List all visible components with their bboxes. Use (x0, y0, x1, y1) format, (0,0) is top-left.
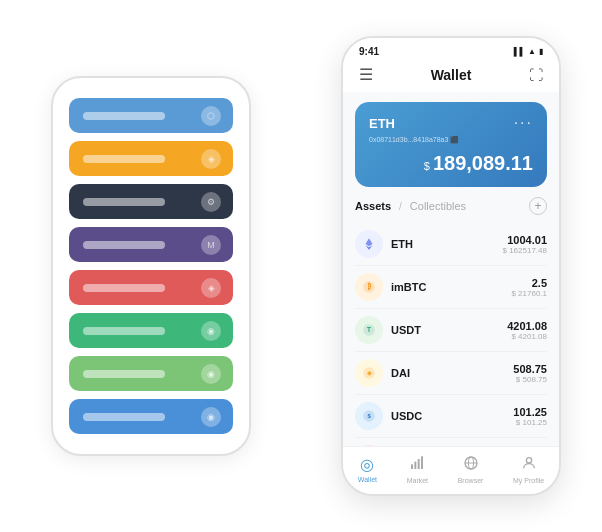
asset-secondary-usdc: $ 101.25 (513, 418, 547, 427)
wallet-card-4[interactable]: M (69, 227, 233, 262)
card-label (83, 241, 165, 249)
nav-item-browser[interactable]: Browser (458, 455, 484, 484)
card-label (83, 112, 165, 120)
wallet-coin-name: ETH (369, 116, 395, 131)
wallet-card-top: ETH ··· (369, 114, 533, 132)
asset-name-dai: DAI (391, 367, 513, 379)
back-phone: ⬡ ◈ ⚙ M ◈ ◉ ◉ ◉ (51, 76, 251, 456)
wallet-more-button[interactable]: ··· (514, 114, 533, 132)
status-bar: 9:41 ▌▌ ▲ ▮ (359, 46, 543, 57)
card-icon: ◉ (201, 321, 221, 341)
asset-row-dai[interactable]: ◈ DAI 508.75 $ 508.75 (355, 352, 547, 395)
wallet-nav-icon: ◎ (360, 455, 374, 474)
market-nav-icon (409, 455, 425, 475)
nav-item-wallet[interactable]: ◎ Wallet (358, 455, 377, 484)
menu-icon[interactable]: ☰ (359, 65, 373, 84)
profile-nav-label: My Profile (513, 477, 544, 484)
card-icon: ◈ (201, 149, 221, 169)
asset-name-usdc: USDC (391, 410, 513, 422)
card-icon: ◉ (201, 364, 221, 384)
wallet-balance: $189,089.11 (369, 152, 533, 175)
wifi-icon: ▲ (528, 47, 536, 56)
profile-nav-icon (521, 455, 537, 475)
asset-primary-usdc: 101.25 (513, 406, 547, 418)
asset-row-usdc[interactable]: $ USDC 101.25 $ 101.25 (355, 395, 547, 438)
phone-content: ETH ··· 0x08711d3b...8418a78a3 ⬛ $189,08… (343, 92, 559, 446)
asset-row-usdt[interactable]: T USDT 4201.08 $ 4201.08 (355, 309, 547, 352)
asset-primary-usdt: 4201.08 (507, 320, 547, 332)
card-label (83, 370, 165, 378)
market-nav-label: Market (407, 477, 428, 484)
card-label (83, 413, 165, 421)
assets-tabs: Assets / Collectibles (355, 200, 466, 212)
balance-amount: 189,089.11 (433, 152, 533, 174)
asset-name-usdt: USDT (391, 324, 507, 336)
front-phone: 9:41 ▌▌ ▲ ▮ ☰ Wallet ⛶ ETH ··· (341, 36, 561, 496)
wallet-card-3[interactable]: ⚙ (69, 184, 233, 219)
wallet-nav-label: Wallet (358, 476, 377, 483)
tab-divider: / (399, 201, 402, 212)
asset-row-imbtc[interactable]: ₿ imBTC 2.5 $ 21760.1 (355, 266, 547, 309)
nav-item-market[interactable]: Market (407, 455, 428, 484)
svg-rect-11 (415, 462, 417, 469)
asset-secondary-dai: $ 508.75 (513, 375, 547, 384)
nav-item-profile[interactable]: My Profile (513, 455, 544, 484)
currency-symbol: $ (424, 160, 430, 172)
svg-text:₿: ₿ (367, 282, 371, 290)
card-label (83, 284, 165, 292)
usdc-icon: $ (355, 402, 383, 430)
asset-primary-imbtc: 2.5 (511, 277, 547, 289)
wallet-card-2[interactable]: ◈ (69, 141, 233, 176)
card-icon: ◉ (201, 407, 221, 427)
battery-icon: ▮ (539, 47, 543, 56)
asset-amounts-usdc: 101.25 $ 101.25 (513, 406, 547, 427)
asset-list: ETH 1004.01 $ 162517.48 ₿ imBTC (355, 223, 547, 446)
asset-primary-eth: 1004.01 (503, 234, 548, 246)
tab-collectibles[interactable]: Collectibles (410, 200, 466, 212)
asset-amounts-usdt: 4201.08 $ 4201.08 (507, 320, 547, 341)
wallet-card[interactable]: ETH ··· 0x08711d3b...8418a78a3 ⬛ $189,08… (355, 102, 547, 187)
asset-primary-dai: 508.75 (513, 363, 547, 375)
phone-header: 9:41 ▌▌ ▲ ▮ ☰ Wallet ⛶ (343, 38, 559, 92)
status-icons: ▌▌ ▲ ▮ (514, 47, 543, 56)
svg-rect-10 (411, 464, 413, 469)
tab-assets[interactable]: Assets (355, 200, 391, 212)
signal-icon: ▌▌ (514, 47, 525, 56)
asset-name-imbtc: imBTC (391, 281, 511, 293)
svg-text:◈: ◈ (366, 370, 372, 376)
bottom-nav: ◎ Wallet Market (343, 446, 559, 494)
card-label (83, 198, 165, 206)
usdt-icon: T (355, 316, 383, 344)
wallet-card-5[interactable]: ◈ (69, 270, 233, 305)
card-icon: M (201, 235, 221, 255)
card-icon: ⬡ (201, 106, 221, 126)
add-asset-button[interactable]: + (529, 197, 547, 215)
wallet-card-6[interactable]: ◉ (69, 313, 233, 348)
svg-point-17 (526, 458, 531, 463)
asset-amounts-imbtc: 2.5 $ 21760.1 (511, 277, 547, 298)
app-nav-bar: ☰ Wallet ⛶ (359, 65, 543, 92)
wallet-card-7[interactable]: ◉ (69, 356, 233, 391)
asset-row-tft[interactable]: 🌿 TFT 13 0 (355, 438, 547, 446)
asset-secondary-imbtc: $ 21760.1 (511, 289, 547, 298)
card-icon: ◈ (201, 278, 221, 298)
nav-title: Wallet (431, 67, 472, 83)
browser-nav-label: Browser (458, 477, 484, 484)
asset-secondary-eth: $ 162517.48 (503, 246, 548, 255)
svg-rect-13 (421, 456, 423, 469)
asset-name-eth: ETH (391, 238, 503, 250)
wallet-card-1[interactable]: ⬡ (69, 98, 233, 133)
assets-header: Assets / Collectibles + (355, 197, 547, 215)
card-label (83, 327, 165, 335)
expand-icon[interactable]: ⛶ (529, 67, 543, 83)
card-label (83, 155, 165, 163)
wallet-card-8[interactable]: ◉ (69, 399, 233, 434)
asset-secondary-usdt: $ 4201.08 (507, 332, 547, 341)
card-icon: ⚙ (201, 192, 221, 212)
imbtc-icon: ₿ (355, 273, 383, 301)
eth-icon (355, 230, 383, 258)
scene: ⬡ ◈ ⚙ M ◈ ◉ ◉ ◉ (11, 11, 591, 521)
svg-rect-12 (418, 459, 420, 469)
status-time: 9:41 (359, 46, 379, 57)
asset-row-eth[interactable]: ETH 1004.01 $ 162517.48 (355, 223, 547, 266)
